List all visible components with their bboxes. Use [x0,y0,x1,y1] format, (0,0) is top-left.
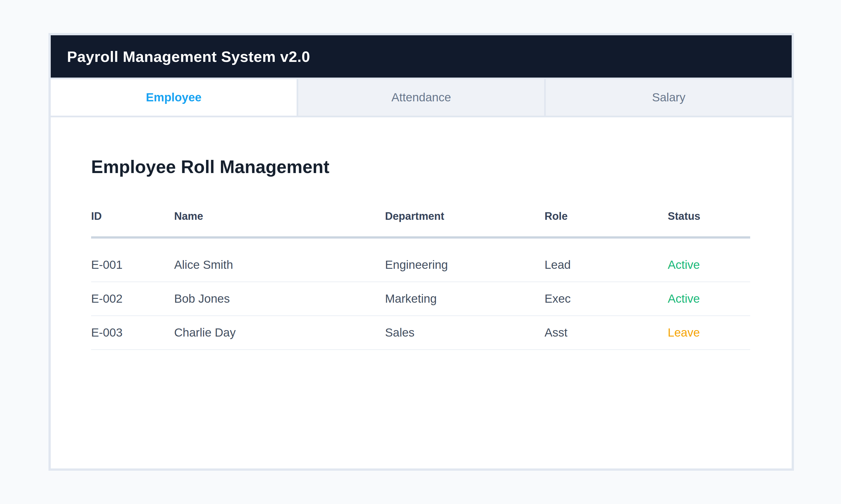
cell-role: Asst [545,316,668,350]
app-window: Payroll Management System v2.0 Employee … [49,33,794,471]
column-header-name: Name [174,210,385,237]
cell-department: Engineering [385,237,545,282]
cell-name: Charlie Day [174,316,385,350]
app-title: Payroll Management System v2.0 [67,48,310,65]
column-header-id: ID [91,210,174,237]
cell-name: Bob Jones [174,282,385,316]
tab-bar: Employee Attendance Salary [51,79,792,115]
table-row: E-003 Charlie Day Sales Asst Leave [91,316,750,350]
tab-salary[interactable]: Salary [546,79,792,115]
tab-employee[interactable]: Employee [51,79,296,115]
employee-table: ID Name Department Role Status E-001 Ali… [91,210,750,350]
cell-role: Exec [545,282,668,316]
cell-id: E-003 [91,316,174,350]
cell-name: Alice Smith [174,237,385,282]
cell-department: Marketing [385,282,545,316]
cell-role: Lead [545,237,668,282]
app-titlebar: Payroll Management System v2.0 [51,35,792,77]
cell-id: E-001 [91,237,174,282]
column-header-status: Status [668,210,750,237]
column-header-role: Role [545,210,668,237]
cell-id: E-002 [91,282,174,316]
table-row: E-002 Bob Jones Marketing Exec Active [91,282,750,316]
column-header-department: Department [385,210,545,237]
cell-department: Sales [385,316,545,350]
table-row: E-001 Alice Smith Engineering Lead Activ… [91,237,750,282]
page-title: Employee Roll Management [91,157,792,177]
status-badge: Active [668,237,750,282]
table-header-row: ID Name Department Role Status [91,210,750,237]
tab-attendance[interactable]: Attendance [298,79,544,115]
content-panel: Employee Roll Management ID Name Departm… [51,117,792,468]
status-badge: Active [668,282,750,316]
status-badge: Leave [668,316,750,350]
